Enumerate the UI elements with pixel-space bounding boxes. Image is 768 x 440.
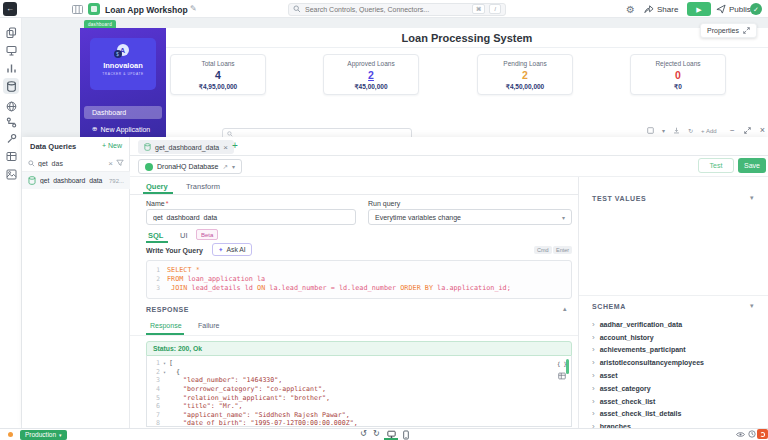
nav-dashboard-button[interactable]: Dashboard (84, 106, 162, 119)
beta-badge: Beta (196, 229, 218, 240)
undo-icon[interactable]: ↺ (360, 429, 367, 438)
schema-item[interactable]: ›aadhar_verification_data (592, 318, 762, 331)
schema-item[interactable]: ›asset (592, 369, 762, 382)
add-control-button[interactable]: + Add (701, 128, 717, 134)
schema-item[interactable]: ›asset_category (592, 382, 762, 395)
close-icon[interactable]: × (760, 125, 765, 135)
new-tab-button[interactable]: + (232, 140, 238, 151)
save-button[interactable]: Save (738, 158, 766, 173)
name-input[interactable] (146, 209, 356, 225)
account-status-badge[interactable]: ✓ (750, 3, 762, 15)
test-values-collapse-icon[interactable]: ▾ (750, 194, 754, 202)
check-icon: ✓ (753, 6, 759, 13)
query-list-item[interactable]: get_dashboard_data 792... (22, 172, 130, 189)
app-search-input[interactable] (222, 128, 412, 137)
screen-tab-badge[interactable]: dashboard (84, 20, 116, 28)
tab-ui[interactable]: UI (180, 231, 188, 240)
schema-item[interactable]: ›branches (592, 420, 762, 428)
kbd-cmd-badge: Cmd (534, 246, 552, 254)
brand-logo-tile[interactable] (757, 429, 768, 440)
sql-line: 3 JOIN lead_details ld ON la.lead_number… (147, 283, 571, 292)
run-query-value: Everytime variables change (375, 214, 461, 221)
brand-logo-mark (760, 432, 765, 437)
rail-controls-icon[interactable] (3, 60, 19, 76)
ask-ai-button[interactable]: ✦ Ask AI (212, 243, 252, 256)
preview-eye-icon[interactable] (736, 431, 745, 438)
properties-button[interactable]: Properties (700, 23, 757, 38)
tab-close-icon[interactable]: × (223, 143, 228, 152)
fold-icon[interactable]: ▾ (160, 369, 169, 375)
queries-search-input[interactable] (38, 160, 105, 167)
response-tabs-divider (130, 335, 578, 336)
rail-queries-icon[interactable] (3, 78, 19, 94)
collapse-icon[interactable]: ▾ (662, 127, 665, 134)
schema-collapse-icon[interactable]: ▾ (750, 302, 754, 310)
external-link-icon[interactable]: ↗ (222, 163, 227, 171)
status-text: Status: 200, Ok (153, 345, 202, 352)
fold-icon[interactable]: ▾ (160, 360, 169, 366)
stat-label: Rejected Loans (631, 60, 725, 67)
test-label: Test (710, 162, 723, 169)
minimize-icon[interactable]: − (730, 126, 735, 135)
run-query-select[interactable]: Everytime variables change ▾ (368, 209, 572, 225)
rail-pages-icon[interactable] (3, 24, 19, 40)
nav-new-application-button[interactable]: ⊕ New Application (84, 123, 162, 135)
download-icon[interactable] (673, 127, 680, 134)
connector-select[interactable]: DronaHQ Database ↗ ▾ (138, 159, 242, 174)
tab-failure[interactable]: Failure (198, 322, 219, 329)
rail-media-icon[interactable] (3, 166, 19, 182)
redo-icon[interactable]: ↻ (373, 429, 380, 438)
maximize-icon[interactable] (744, 127, 751, 134)
json-line: 8"date_of_birth": "1995-07-12T00:00:00.0… (147, 419, 571, 427)
response-collapse-icon[interactable]: ▴ (563, 305, 567, 313)
global-search[interactable]: ⌘ / (288, 3, 506, 16)
name-input-field[interactable] (153, 214, 349, 221)
run-query-caret-icon: ▾ (562, 214, 565, 221)
mobile-view-icon[interactable] (403, 430, 409, 440)
share-button[interactable]: Share (644, 3, 678, 15)
tab-response[interactable]: Response (150, 322, 182, 329)
rail-screens-icon[interactable] (3, 42, 19, 58)
new-query-button[interactable]: + New (102, 142, 122, 149)
stat-amount: ₹4,50,00,000 (478, 83, 572, 91)
test-button[interactable]: Test (698, 158, 734, 173)
production-label: Production (25, 431, 56, 438)
clear-search-icon[interactable]: × (108, 159, 113, 168)
schema-item[interactable]: ›achievements_participant (592, 344, 762, 357)
sql-editor[interactable]: 1 SELECT * 2 FROM loan_application la 3 … (146, 260, 572, 299)
rail-tools-icon[interactable] (3, 130, 19, 146)
queries-search[interactable]: × (22, 155, 130, 172)
production-button[interactable]: Production ▾ (20, 430, 67, 440)
tab-sql[interactable]: SQL (148, 231, 163, 240)
global-search-input[interactable] (305, 6, 468, 13)
schema-item[interactable]: ›asset_check_list_details (592, 408, 762, 421)
history-icon[interactable] (748, 430, 756, 438)
layout-icon[interactable] (647, 127, 654, 134)
query-tab[interactable]: get_dashboard_data × (138, 140, 234, 154)
schema-item[interactable]: ›asset_check_list (592, 395, 762, 408)
rail-endpoints-icon[interactable] (3, 98, 19, 114)
filter-icon[interactable] (116, 159, 124, 167)
search-icon (28, 160, 35, 167)
tab-transform[interactable]: Transform (186, 178, 220, 194)
response-header: RESPONSE (146, 306, 189, 313)
edit-title-icon[interactable]: ✎ (190, 4, 197, 13)
json-viewer[interactable]: 1 ▾ [ 2 ▾ { 3"lead_number": "1464330", 4… (146, 356, 572, 427)
schema-item[interactable]: ›aristotleconsultancyemployees (592, 356, 762, 369)
rail-automation-icon[interactable] (3, 114, 19, 130)
ask-ai-label: Ask AI (226, 246, 245, 253)
schema-item[interactable]: ›account_history (592, 331, 762, 344)
query-item-meta: 792... (109, 178, 124, 184)
settings-gear-icon[interactable]: ⚙ (626, 4, 635, 15)
expand-icon (743, 27, 750, 34)
stat-card-total: Total Loans 4 ₹4,95,00,000 (170, 54, 266, 95)
beautify-braces-icon[interactable]: { } (557, 361, 567, 367)
apps-grid-icon[interactable] (72, 5, 83, 14)
back-button[interactable]: ← (3, 2, 17, 16)
table-view-icon[interactable] (558, 372, 566, 380)
panel-window-controls: − × (730, 125, 765, 135)
rail-tables-icon[interactable] (3, 148, 19, 164)
json-line: 2 ▾ { (147, 368, 571, 377)
refresh-icon[interactable]: ↻ (688, 127, 693, 134)
preview-run-button[interactable]: ▶ (687, 2, 711, 16)
